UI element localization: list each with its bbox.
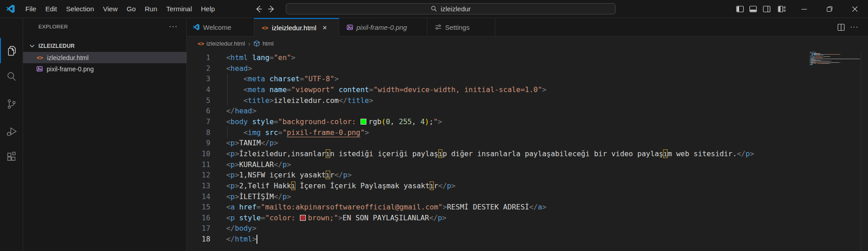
run-debug-icon[interactable]	[0, 119, 23, 144]
tab-close-icon[interactable]: ✕	[322, 24, 327, 31]
code-token: >	[248, 64, 252, 73]
code-token: <	[226, 214, 231, 222]
line-number[interactable]: 2	[187, 63, 210, 74]
tab-pixil-frame-0.png[interactable]: pixil-frame-0.png	[339, 18, 427, 36]
command-center-label: izleizledur	[441, 5, 471, 13]
code-line-16[interactable]: 16<p style="color: brown;">EN SON PAYLAŞ…	[187, 213, 809, 223]
code-line-9[interactable]: 9<p>TANIM</p>	[187, 138, 809, 149]
line-number[interactable]: 13	[187, 181, 210, 191]
menu-run[interactable]: Run	[140, 3, 162, 15]
code-line-4[interactable]: 4 <meta name="viewport" content="width=d…	[187, 84, 809, 95]
breadcrumb-symbol[interactable]: html	[262, 40, 274, 47]
code-token: ı	[663, 149, 668, 158]
line-number[interactable]: 16	[187, 213, 210, 223]
code-token: "viewport"	[291, 85, 335, 94]
minimize-button[interactable]	[794, 0, 815, 18]
code-line-2[interactable]: 2<head>	[187, 63, 809, 74]
code-token: meta	[248, 74, 265, 83]
close-button[interactable]	[844, 0, 865, 18]
line-number[interactable]: 10	[187, 149, 210, 159]
menu-view[interactable]: View	[99, 3, 122, 15]
line-number[interactable]: 1	[187, 52, 210, 63]
tab-label: izleizledur.html	[272, 24, 316, 32]
line-number[interactable]: 6	[187, 106, 210, 116]
menu-terminal[interactable]: Terminal	[162, 3, 197, 15]
line-number[interactable]: 3	[187, 74, 210, 84]
toggle-secondary-sidebar-icon[interactable]	[763, 5, 771, 13]
code-text: </html>	[226, 234, 256, 245]
tab-Settings[interactable]: Settings	[427, 18, 495, 36]
code-line-6[interactable]: 6</head>	[187, 106, 809, 116]
code-token: body	[231, 117, 248, 126]
code-line-7[interactable]: 7<body style="background-color: rgb(0, 2…	[187, 116, 809, 127]
file-item-izleizledur.html[interactable]: <>izleizledur.html	[23, 52, 187, 63]
toggle-primary-sidebar-icon[interactable]	[736, 5, 744, 13]
breadcrumb-file[interactable]: izleizledur.html	[206, 40, 245, 47]
code-line-14[interactable]: 14<p>İLETİŞİM</p>	[187, 191, 809, 202]
menu-file[interactable]: File	[21, 3, 41, 15]
menu-selection[interactable]: Selection	[62, 3, 99, 15]
split-editor-icon[interactable]	[837, 23, 845, 31]
code-line-3[interactable]: 3 <meta charset="UTF-8">	[187, 74, 809, 84]
image-file-icon	[346, 24, 353, 31]
menu-go[interactable]: Go	[122, 3, 140, 15]
code-line-17[interactable]: 17</body>	[187, 223, 809, 234]
code-line-11[interactable]: 11<p>KURALLAR</p>	[187, 159, 809, 170]
line-number[interactable]: 5	[187, 95, 210, 106]
menu-edit[interactable]: Edit	[41, 3, 62, 15]
line-number[interactable]: 8	[187, 127, 210, 138]
code-token: head	[231, 64, 248, 73]
code-token: p	[343, 171, 347, 179]
code-token: İLETİŞİM	[239, 192, 274, 201]
search-view-icon[interactable]	[0, 64, 23, 88]
code-token: p	[231, 160, 235, 169]
code-token: p	[231, 214, 235, 222]
code-token: "	[360, 128, 365, 137]
folder-row[interactable]: IZLEIZLEDUR	[23, 41, 187, 51]
menu-help[interactable]: Help	[196, 3, 219, 15]
tab-izleizledur.html[interactable]: <>izleizledur.html✕	[254, 18, 339, 37]
color-swatch	[360, 119, 366, 125]
restore-button[interactable]	[819, 0, 840, 18]
code-line-13[interactable]: 13<p>2,Telif Hakkı İçeren İçerik Paylaşm…	[187, 181, 809, 191]
editor-more-actions[interactable]: ···	[850, 23, 859, 31]
line-number[interactable]: 18	[187, 234, 210, 245]
code-line-12[interactable]: 12<p>1,NSFW içerik yasaktır</p>	[187, 170, 809, 181]
line-number[interactable]: 9	[187, 138, 210, 149]
code-token: </	[226, 224, 235, 232]
line-number[interactable]: 15	[187, 202, 210, 213]
code-token	[235, 203, 239, 211]
code-line-10[interactable]: 10<p>İzleizledur,insanların istediği içe…	[187, 149, 809, 159]
explorer-icon[interactable]	[0, 38, 23, 63]
code-line-15[interactable]: 15<a href="mailto:akpinarsoftwareofficia…	[187, 202, 809, 213]
code-line-1[interactable]: 1<html lang="en">	[187, 52, 809, 63]
code-line-5[interactable]: 5 <title>izleizledur.com</title>	[187, 95, 809, 106]
forward-arrow-icon[interactable]	[267, 5, 276, 14]
code-line-8[interactable]: 8 <img src="pixil-frame-0.png">	[187, 127, 809, 138]
line-number[interactable]: 11	[187, 159, 210, 170]
file-item-pixil-frame-0.png[interactable]: pixil-frame-0.png	[23, 63, 187, 74]
folder-name: IZLEIZLEDUR	[38, 43, 75, 49]
customize-layout-icon[interactable]	[778, 5, 786, 13]
code-editor[interactable]: 1<html lang="en">2<head>3 <meta charset=…	[187, 51, 809, 251]
minimap[interactable]	[810, 52, 862, 65]
toggle-panel-icon[interactable]	[749, 5, 757, 13]
line-number[interactable]: 4	[187, 84, 210, 95]
code-token: "	[282, 128, 287, 137]
line-number[interactable]: 12	[187, 170, 210, 181]
code-token: >	[235, 192, 239, 201]
explorer-more-actions[interactable]: ···	[169, 22, 178, 31]
command-center-search[interactable]: izleizledur	[286, 3, 616, 14]
code-token: "mailto:akpinarsoftwareofficial@gmail.co…	[261, 203, 443, 211]
code-token: ı	[326, 171, 330, 179]
code-token: </	[429, 214, 438, 222]
source-control-icon[interactable]	[0, 92, 23, 116]
extensions-icon[interactable]	[0, 144, 23, 169]
tab-Welcome[interactable]: Welcome	[187, 18, 254, 36]
line-number[interactable]: 17	[187, 223, 210, 234]
line-number[interactable]: 14	[187, 191, 210, 202]
back-arrow-icon[interactable]	[254, 5, 263, 14]
line-number[interactable]: 7	[187, 116, 210, 127]
code-line-18[interactable]: 18</html>	[187, 234, 809, 245]
code-token: pixil-frame-0.png	[287, 128, 360, 137]
